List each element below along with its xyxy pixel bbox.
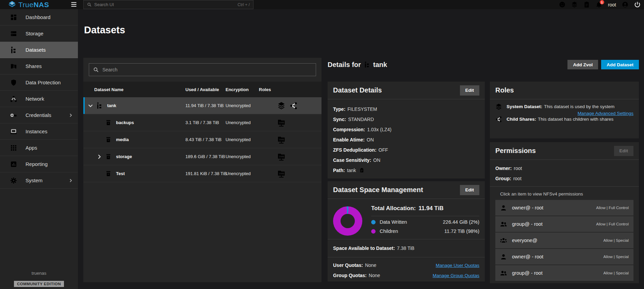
truenas-logo[interactable]: TrueNAS [8,0,49,9]
table-row-backups[interactable]: backups 3.1 TiB / 7.38 TiB Unencrypted [83,114,321,131]
sidebar-item-data-protection[interactable]: Data Protection [0,74,78,91]
person-icon [500,253,507,260]
sidebar-item-dashboard[interactable]: Dashboard [0,9,78,26]
used-available-value: 191.81 KiB / 7.38 TiB [185,171,226,176]
legend-children: Children 11.72 TiB (98%) [371,225,479,235]
search-icon [93,67,99,72]
legend-data-written: Data Written 226.44 GiB (2%) [371,216,479,225]
encryption-value: Unencrypted [226,154,259,159]
smb-share-icon [277,153,285,161]
table-row-tank[interactable]: tank 11.94 TiB / 7.38 TiB Unencrypted [83,97,321,114]
card-title: Permissions [495,147,536,155]
sidebar-item-shares[interactable]: Shares [0,58,78,74]
notifications-bell-icon[interactable]: 1 [596,1,602,8]
edition-badge: COMMUNITY EDITION [14,281,64,287]
sidebar-item-credentials[interactable]: Credentials [0,107,78,123]
sidebar-item-apps[interactable]: Apps [0,140,78,156]
table-row-storage[interactable]: storage 189.6 GiB / 7.38 TiB Unencrypted [83,148,321,165]
used-available-value: 11.94 TiB / 7.38 TiB [185,103,226,108]
top-bar: TrueNAS Ctrl + / 1 root [0,0,644,9]
sidebar: Dashboard Storage Datasets Shares Data P… [0,9,78,289]
feedback-smiley-icon[interactable] [559,1,565,8]
dataset-icon [105,153,112,160]
copy-path-icon[interactable] [359,168,364,173]
table-row-test[interactable]: Test 191.81 KiB / 7.38 TiB Unencrypted [83,165,321,182]
root-dataset-icon [96,102,103,109]
storage-icon [10,30,17,37]
brand-text: TrueNAS [18,0,49,9]
used-available-value: 189.6 GiB / 7.38 TiB [185,154,226,159]
datasets-tree-icon [10,47,17,53]
acl-item-owner-full[interactable]: owner@ - root Allow | Full Control [495,200,633,216]
network-icon [10,96,17,102]
manage-advanced-settings-link[interactable]: Manage Advanced Settings [578,111,633,116]
sidebar-item-storage[interactable]: Storage [0,26,78,42]
field-sync: Sync:STANDARD [333,114,479,124]
collapse-chevron-down-icon[interactable] [87,103,94,109]
used-available-value: 8.43 TiB / 7.38 TiB [185,137,226,142]
total-allocation: Total Allocation:11.94 TiB [371,204,479,216]
edit-space-button[interactable]: Edit [460,185,480,195]
permissions-card: Permissions Edit Owner:root Group:root C… [490,142,639,283]
acl-item-everyone[interactable]: everyone@ Allow | Special [495,233,633,248]
page-title: Datasets [84,24,125,36]
space-available: Space Available to Dataset:7.38 TiB [328,239,485,257]
sidebar-item-instances[interactable]: Instances [0,123,78,140]
used-available-value: 3.1 TiB / 7.38 TiB [185,120,226,125]
add-dataset-button[interactable]: Add Dataset [601,60,639,69]
sidebar-footer: truenas COMMUNITY EDITION [0,271,78,289]
acl-item-owner-special[interactable]: owner@ - root Allow | Special [495,249,633,265]
field-atime: Enable Atime:ON [333,135,479,145]
global-search[interactable]: Ctrl + / [83,0,253,9]
dataset-search-input[interactable] [102,67,312,72]
edit-dataset-details-button[interactable]: Edit [460,85,480,96]
system-dataset-role: System Dataset:This dataset is used by t… [495,103,633,110]
acl-item-group-special[interactable]: group@ - root Allow | Special [495,265,633,281]
smb-share-icon [277,119,285,127]
encryption-value: Unencrypted [226,120,259,125]
acl-item-group-full[interactable]: group@ - root Allow | Full Control [495,216,633,232]
dataset-details-card: Dataset Details Edit Type:FILESYSTEM Syn… [328,82,485,178]
dataset-name: backups [116,120,134,125]
sidebar-item-network[interactable]: Network [0,91,78,107]
dataset-name: Test [116,171,125,176]
encryption-value: Unencrypted [226,137,259,142]
dataset-icon [105,170,112,177]
notification-badge: 1 [600,0,604,4]
add-zvol-button[interactable]: Add Zvol [567,60,598,69]
user-account-icon[interactable] [622,1,628,8]
manage-user-quotas-link[interactable]: Manage User Quotas [436,261,479,270]
apps-grid-icon [10,144,17,151]
table-row-media[interactable]: media 8.43 TiB / 7.38 TiB Unencrypted [83,131,321,148]
table-header: Dataset Name Used / Available Encryption… [83,82,321,97]
chevron-right-icon [68,113,73,118]
owner-row: Owner:root [495,163,633,173]
global-search-input[interactable] [94,2,235,7]
child-shares-role: Child Shares:This dataset has children w… [495,116,633,123]
sidebar-item-reporting[interactable]: Reporting [0,156,78,172]
dataset-icon [105,119,112,126]
sidebar-item-system[interactable]: System [0,172,78,189]
dataset-search[interactable] [89,63,316,76]
dashboard-icon [10,14,17,21]
dataset-name: storage [116,154,132,159]
key-icon [10,112,17,119]
expand-chevron-right-icon[interactable] [96,154,102,160]
truenas-status-icon[interactable] [571,1,578,8]
smb-share-icon [277,136,285,144]
child-shares-icon [495,116,502,123]
user-quotas-row: User Quotas:None Manage User Quotas [333,260,479,270]
dataset-name: tank [107,103,116,108]
children-dot [371,229,376,234]
details-title-prefix: Details for [328,61,361,69]
edit-permissions-button[interactable]: Edit [614,146,634,156]
field-type: Type:FILESYSTEM [333,104,479,114]
hamburger-menu-icon[interactable] [70,1,78,8]
jobs-clipboard-icon[interactable] [583,1,590,8]
power-icon[interactable] [634,1,641,8]
manage-group-quotas-link[interactable]: Manage Group Quotas [433,271,479,280]
root-dataset-icon [364,62,370,68]
sidebar-item-datasets[interactable]: Datasets [0,42,78,58]
people-icon [500,270,507,276]
details-title: Details for tank [328,61,387,69]
